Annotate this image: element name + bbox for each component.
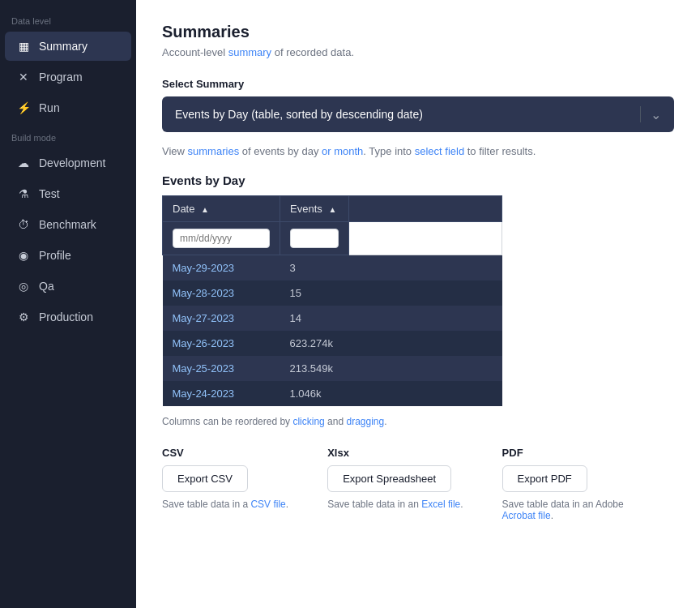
csv-label: CSV — [162, 447, 288, 459]
excel-file-link[interactable]: Excel file — [421, 499, 460, 510]
sidebar: Data level ▦ Summary ✕ Program ⚡ Run Bui… — [0, 0, 136, 608]
sidebar-item-program[interactable]: ✕ Program — [5, 62, 131, 92]
program-icon: ✕ — [16, 70, 31, 84]
summary-select[interactable]: Events by Day (table, sorted by descendi… — [162, 96, 674, 132]
table-header-row: Date ▲ Events ▲ — [163, 196, 502, 222]
csv-export-group: CSV Export CSV Save table data in a CSV … — [162, 447, 288, 521]
table-cell-empty — [349, 356, 502, 381]
sidebar-item-development[interactable]: ☁ Development — [5, 148, 131, 178]
select-value: Events by Day (table, sorted by descendi… — [175, 108, 423, 121]
table-cell-events: 14 — [280, 306, 349, 331]
events-sort-icon: ▲ — [328, 205, 336, 214]
sidebar-item-profile[interactable]: ◉ Profile — [5, 241, 131, 270]
sidebar-item-label: Benchmark — [39, 218, 96, 231]
pdf-export-group: PDF Export PDF Save table data in an Ado… — [502, 447, 648, 521]
export-csv-button[interactable]: Export CSV — [162, 465, 248, 492]
select-divider — [640, 106, 641, 122]
date-filter-input[interactable] — [173, 229, 270, 248]
sidebar-item-label: Development — [39, 156, 106, 169]
table-cell-empty — [349, 381, 502, 406]
table-cell-empty — [349, 306, 502, 331]
table-cell-empty — [349, 255, 502, 281]
date-column-header[interactable]: Date ▲ — [163, 196, 280, 222]
pdf-label: PDF — [502, 447, 648, 459]
xlsx-export-group: Xlsx Export Spreadsheet Save table data … — [327, 447, 463, 521]
production-icon: ⚙ — [16, 310, 31, 324]
info-text: View summaries of events by day or month… — [162, 145, 674, 157]
table-cell-empty — [349, 331, 502, 356]
sidebar-item-qa[interactable]: ◎ Qa — [5, 272, 131, 301]
pdf-desc: Save table data in an Adobe Acrobat file… — [502, 499, 648, 521]
table-cell-date: May-27-2023 — [163, 306, 280, 331]
main-content: Summaries Account-level summary of recor… — [136, 0, 700, 608]
page-title: Summaries — [162, 23, 674, 41]
empty-column-header — [349, 196, 502, 222]
table-cell-events: 1.046k — [280, 381, 349, 406]
table-row: May-28-202315 — [163, 280, 502, 306]
select-field-link[interactable]: select field — [415, 145, 464, 157]
table-cell-date: May-28-2023 — [163, 280, 280, 306]
export-pdf-button[interactable]: Export PDF — [502, 465, 587, 492]
sidebar-item-label: Qa — [39, 280, 54, 293]
table-cell-date: May-26-2023 — [163, 331, 280, 356]
sidebar-item-label: Run — [39, 101, 60, 114]
table-row: May-27-202314 — [163, 306, 502, 331]
xlsx-label: Xlsx — [327, 447, 463, 459]
sidebar-item-label: Summary — [39, 40, 88, 53]
column-hint: Columns can be reordered by clicking and… — [162, 416, 674, 427]
development-icon: ☁ — [16, 156, 31, 170]
acrobat-file-link[interactable]: Acrobat file — [502, 510, 551, 521]
events-filter-cell — [280, 222, 349, 255]
profile-icon: ◉ — [16, 248, 31, 263]
test-icon: ⚗ — [16, 186, 31, 201]
sidebar-item-run[interactable]: ⚡ Run — [5, 93, 131, 122]
table-row: May-29-20233 — [163, 255, 502, 281]
qa-icon: ◎ — [16, 279, 31, 293]
sidebar-item-benchmark[interactable]: ⏱ Benchmark — [5, 210, 131, 239]
table-cell-date: May-25-2023 — [163, 356, 280, 381]
table-row: May-24-20231.046k — [163, 381, 502, 406]
table-cell-date: May-24-2023 — [163, 381, 280, 406]
table-title: Events by Day — [162, 173, 674, 187]
sidebar-item-label: Production — [39, 310, 93, 323]
run-icon: ⚡ — [16, 101, 31, 115]
date-filter-cell — [163, 222, 280, 255]
export-section: CSV Export CSV Save table data in a CSV … — [162, 447, 674, 521]
chevron-down-icon: ⌄ — [651, 107, 661, 122]
sidebar-item-label: Program — [39, 71, 83, 83]
table-cell-events: 623.274k — [280, 331, 349, 356]
table-cell-empty — [349, 280, 502, 306]
sidebar-item-label: Profile — [39, 249, 71, 262]
sidebar-item-summary[interactable]: ▦ Summary — [5, 32, 131, 61]
table-cell-events: 3 — [280, 255, 349, 281]
sidebar-item-label: Test — [39, 187, 60, 200]
summary-icon: ▦ — [16, 39, 31, 54]
xlsx-desc: Save table data in an Excel file. — [327, 499, 463, 510]
build-mode-label: Build mode — [0, 123, 136, 148]
sidebar-item-production[interactable]: ⚙ Production — [5, 302, 131, 332]
table-cell-events: 15 — [280, 280, 349, 306]
empty-filter-cell — [349, 222, 502, 255]
table-row: May-25-2023213.549k — [163, 356, 502, 381]
events-column-header[interactable]: Events ▲ — [280, 196, 349, 222]
summaries-link[interactable]: summaries — [188, 145, 240, 157]
table-cell-date: May-29-2023 — [163, 255, 280, 281]
benchmark-icon: ⏱ — [16, 217, 31, 232]
month-link[interactable]: or month — [322, 145, 363, 157]
clicking-link[interactable]: clicking — [292, 416, 324, 427]
table-filter-row — [163, 222, 502, 255]
table-row: May-26-2023623.274k — [163, 331, 502, 356]
export-spreadsheet-button[interactable]: Export Spreadsheet — [327, 465, 451, 492]
data-level-label: Data level — [0, 6, 136, 31]
date-sort-icon: ▲ — [201, 205, 209, 214]
select-summary-label: Select Summary — [162, 78, 674, 90]
dragging-link[interactable]: dragging — [346, 416, 384, 427]
table-cell-events: 213.549k — [280, 356, 349, 381]
csv-desc: Save table data in a CSV file. — [162, 499, 288, 510]
page-subtitle: Account-level summary of recorded data. — [162, 46, 674, 58]
events-filter-input[interactable] — [290, 229, 339, 248]
events-table: Date ▲ Events ▲ May-29-20233May- — [162, 195, 502, 406]
subtitle-link[interactable]: summary — [228, 46, 271, 58]
sidebar-item-test[interactable]: ⚗ Test — [5, 179, 131, 208]
csv-file-link[interactable]: CSV file — [250, 499, 285, 510]
